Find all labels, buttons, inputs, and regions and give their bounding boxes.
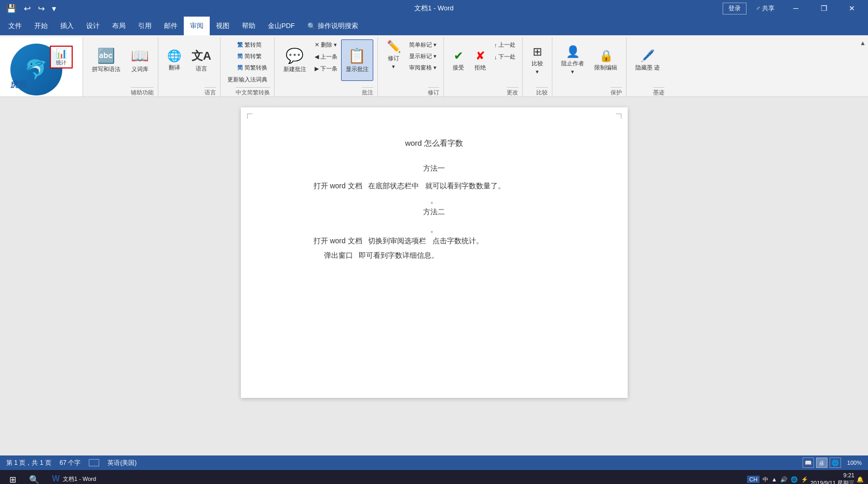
clock-time: 9:21 [810, 472, 855, 479]
menu-layout[interactable]: 布局 [106, 17, 132, 35]
undo-icon[interactable]: ↩ [22, 3, 33, 15]
collapse-icon: ▲ [860, 39, 866, 47]
simple-markup-arrow: ▾ [433, 42, 437, 48]
stats-highlighted-btn[interactable]: 📊 统计 [50, 46, 73, 68]
ribbon-section-compare: ⊞ 比较 ▾ 比较 [523, 37, 552, 96]
ribbon-section-protect: 👤 阻止作者 ▾ 🔒 限制编辑 保护 [552, 37, 627, 96]
compare-label: 比较 [532, 60, 543, 67]
save-icon[interactable]: 💾 [4, 3, 19, 15]
hide-ink-label: 隐藏墨 迹 [635, 64, 660, 72]
login-button[interactable]: 登录 [723, 3, 747, 15]
accept-icon: ✔ [454, 49, 463, 63]
simple-markup-label: 简单标记 [409, 41, 432, 49]
network-icon[interactable]: 🌐 [791, 476, 798, 483]
tofan-btn[interactable]: 繁 繁转简 [235, 39, 264, 50]
prev-change-btn[interactable]: ↑ 上一处 [492, 39, 519, 50]
menu-help[interactable]: 帮助 [236, 17, 262, 35]
new-comment-btn[interactable]: 💬 新建批注 [279, 39, 311, 81]
search-btn[interactable]: 🔍 [24, 470, 45, 484]
prev-comment-btn[interactable]: ◀ 上一条 [312, 51, 340, 62]
update-input-label: 更新输入法词典 [227, 76, 267, 84]
notification-icon[interactable]: 🔔 [857, 476, 864, 483]
simple-markup-btn[interactable]: 简单标记 ▾ [406, 39, 439, 50]
reject-icon: ✘ [476, 49, 485, 63]
convert-btn[interactable]: 简 简繁转换 [235, 62, 270, 73]
tofan-icon: 繁 [237, 41, 243, 49]
track-label: 修订 [388, 54, 399, 62]
menu-search[interactable]: 🔍 操作说明搜索 [301, 17, 364, 35]
menu-mailing[interactable]: 邮件 [158, 17, 184, 35]
menu-review[interactable]: 审阅 [184, 17, 210, 35]
system-clock[interactable]: 9:21 2019/9/11 星期三 [810, 472, 855, 484]
stats-icon: 📊 [56, 48, 67, 59]
show-markup-btn[interactable]: 显示标记 ▾ [406, 51, 439, 62]
word-count: 67 个字 [60, 459, 81, 467]
language-icon: 文A [192, 48, 211, 64]
volume-icon[interactable]: 🔊 [780, 476, 788, 483]
tracking-btns: ✏️ 修订 ▾ 简单标记 ▾ 显示标记 ▾ 审阅窗格 ▾ [382, 39, 439, 85]
ime-icon[interactable]: 中 [763, 476, 768, 483]
language-label: 语言 [196, 65, 207, 73]
minimize-button[interactable]: ─ [784, 0, 808, 17]
accept-label: 接受 [453, 64, 464, 72]
tojian-icon: 简 [237, 52, 243, 60]
start-btn[interactable]: ⊞ [2, 470, 23, 484]
compare-btn[interactable]: ⊞ 比较 ▾ [527, 39, 548, 81]
menu-view[interactable]: 视图 [210, 17, 236, 35]
review-pane-label: 审阅窗格 [409, 64, 432, 72]
next-comment-label: 下一条 [320, 65, 337, 73]
share-button[interactable]: ♂ 共享 [751, 3, 780, 14]
read-view-btn[interactable]: 📖 [803, 458, 814, 468]
menu-insert[interactable]: 插入 [54, 17, 80, 35]
show-comments-btn[interactable]: 📋 显示批注 [341, 39, 373, 81]
close-button[interactable]: ✕ [840, 0, 864, 17]
title-bar: 💾 ↩ ↪ ▾ 文档1 - Word 登录 ♂ 共享 ─ ❐ ✕ [0, 0, 868, 17]
block-authors-label: 阻止作者 [561, 60, 584, 67]
menu-kingsoft[interactable]: 金山PDF [262, 17, 301, 35]
menu-file[interactable]: 文件 [2, 17, 28, 35]
tofan-label: 繁转简 [245, 41, 262, 49]
hide-ink-btn[interactable]: 🖊️ 隐藏墨 迹 [631, 39, 664, 81]
restrict-label: 限制编辑 [594, 64, 617, 72]
ch-indicator[interactable]: CH [747, 476, 760, 483]
restrict-icon: 🔒 [599, 49, 613, 63]
next-comment-btn[interactable]: ▶ 下一条 [312, 63, 340, 74]
word-label: 文档1 - Word [63, 475, 96, 483]
block-authors-icon: 👤 [566, 45, 580, 59]
word-app-btn[interactable]: W 文档1 - Word [46, 470, 102, 484]
taskbar: ⊞ 🔍 W 文档1 - Word CH 中 ▲ 🔊 🌐 ⚡ 9:21 2019/… [0, 470, 868, 484]
accept-btn[interactable]: ✔ 接受 [448, 39, 469, 81]
document-area: word 怎么看字数 方法一 打开 word 文档 在底部状态栏中 就可以看到字… [0, 97, 868, 455]
language-btn[interactable]: 文A 语言 [187, 39, 216, 81]
view-controls: 📖 🖨 🌐 100% [803, 458, 862, 468]
review-pane-btn[interactable]: 审阅窗格 ▾ [406, 62, 439, 73]
thesaurus-btn[interactable]: 📖 义词库 [126, 39, 154, 81]
tray-arrow[interactable]: ▲ [771, 476, 777, 482]
ribbon-collapse[interactable]: ▲ [858, 37, 868, 96]
battery-icon[interactable]: ⚡ [801, 476, 808, 483]
menu-home[interactable]: 开始 [28, 17, 54, 35]
block-authors-btn[interactable]: 👤 阻止作者 ▾ [557, 39, 589, 81]
web-view-btn[interactable]: 🌐 [830, 458, 841, 468]
menu-references[interactable]: 引用 [132, 17, 158, 35]
tojian-btn[interactable]: 简 简转繁 [235, 51, 264, 62]
spellcheck-group-label: 辅助功能 [131, 87, 154, 96]
next-change-btn[interactable]: ↓ 下一处 [492, 51, 519, 62]
print-view-btn[interactable]: 🖨 [816, 458, 828, 468]
spellcheck-btn[interactable]: 🔤 拼写和语法 [87, 39, 125, 81]
update-input-btn[interactable]: 更新输入法词典 [225, 74, 270, 85]
restore-button[interactable]: ❐ [812, 0, 836, 17]
document-page: word 怎么看字数 方法一 打开 word 文档 在底部状态栏中 就可以看到字… [241, 107, 628, 398]
track-btn[interactable]: ✏️ 修订 ▾ [382, 39, 405, 71]
redo-icon[interactable]: ↪ [36, 3, 47, 15]
window-title: 文档1 - Word [414, 4, 454, 13]
delete-comment-btn[interactable]: ✕ 删除 ▾ [312, 39, 340, 50]
system-tray: CH 中 ▲ 🔊 🌐 ⚡ [747, 476, 808, 483]
customize-icon[interactable]: ▾ [50, 3, 58, 15]
menu-design[interactable]: 设计 [80, 17, 106, 35]
restrict-btn[interactable]: 🔒 限制编辑 [590, 39, 622, 81]
ribbon-section-spellcheck: 🔤 拼写和语法 📖 义词库 辅助功能 [83, 37, 158, 96]
translate-btn[interactable]: 🌐 翻译 [162, 39, 186, 81]
reject-btn[interactable]: ✘ 拒绝 [470, 39, 491, 81]
zoom-level: 100% [847, 460, 862, 466]
